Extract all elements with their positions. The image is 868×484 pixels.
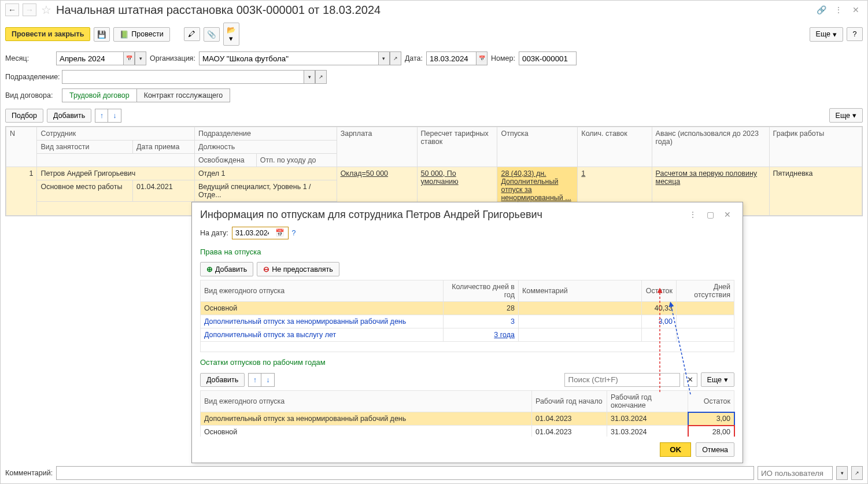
more-button[interactable]: Еще ▾ — [810, 27, 843, 42]
back-button[interactable]: ← — [5, 3, 19, 16]
help-link-icon[interactable]: ? — [292, 229, 296, 237]
table-row[interactable]: 1 Петров Андрей Григорьевич Отдел 1 Окла… — [6, 167, 862, 180]
rights-row-empty — [201, 342, 734, 352]
forward-button[interactable]: → — [23, 3, 36, 16]
cancel-button[interactable]: Отмена — [696, 442, 734, 457]
main-toolbar: Провести и закрыть 💾 📗Провести 🖍 📎 📂▾ Ещ… — [1, 19, 867, 49]
favorite-icon[interactable]: ☆ — [41, 3, 51, 17]
rcol-type: Вид ежегодного отпуска — [201, 280, 444, 302]
page-title: Начальная штатная расстановка 003К-00000… — [56, 3, 811, 17]
popup-date-field[interactable]: 📅 — [232, 227, 288, 239]
balances-more-button[interactable]: Еще ▾ — [701, 372, 734, 387]
date-input[interactable] — [426, 51, 476, 65]
dep-field[interactable]: ▾ ↗ — [62, 70, 327, 84]
comment-input[interactable] — [56, 466, 754, 480]
help-button[interactable]: ? — [847, 27, 863, 41]
month-label: Месяц: — [5, 54, 53, 62]
comment-label: Комментарий: — [5, 469, 53, 477]
balances-add-button[interactable]: Добавить — [200, 373, 245, 387]
years-link[interactable]: 3 года — [494, 331, 515, 339]
open-icon[interactable]: ↗ — [315, 70, 327, 84]
cell-emp-type: Основное место работы — [37, 180, 133, 202]
balances-table[interactable]: Вид ежегодного отпуска Рабочий год начал… — [200, 390, 734, 437]
move-down-icon[interactable]: ↓ — [108, 109, 121, 122]
move-down-icon[interactable]: ↓ — [261, 374, 274, 386]
cell-rates[interactable]: 1 — [581, 169, 585, 178]
col-n: N — [6, 127, 37, 167]
folder-button[interactable]: 📂▾ — [223, 23, 239, 46]
col-salary: Зарплата — [337, 127, 417, 167]
post-button[interactable]: 📗Провести — [113, 27, 169, 42]
dropdown-icon[interactable]: ▾ — [836, 466, 848, 480]
cell-vacations[interactable]: 28 (40,33) дн. Дополнительный отпуск за … — [501, 169, 571, 202]
move-up-icon[interactable]: ↑ — [95, 109, 108, 122]
month-field[interactable]: 📅 ▾ — [56, 51, 146, 65]
cell-n: 1 — [6, 167, 37, 216]
post-and-close-button[interactable]: Провести и закрыть — [5, 27, 90, 41]
contract-label: Вид договора: — [5, 91, 58, 99]
close-icon[interactable]: ✕ — [849, 3, 863, 16]
rcol-balance: Остаток — [642, 280, 677, 302]
balances-row[interactable]: Дополнительный отпуск за ненормированный… — [201, 412, 734, 426]
open-icon[interactable]: ↗ — [390, 51, 401, 65]
bcol-end: Рабочий год окончание — [607, 391, 688, 412]
minus-icon: ⊖ — [263, 265, 269, 274]
move-arrows: ↑ ↓ — [95, 109, 121, 123]
calendar-icon[interactable]: 📅 — [476, 51, 487, 65]
rights-row[interactable]: Дополнительный отпуск за выслугу лет 3 г… — [201, 328, 734, 342]
popup-date-input[interactable] — [234, 228, 271, 238]
rights-row[interactable]: Основной 28 40,33 — [201, 302, 734, 315]
cell-salary[interactable]: Оклад=50 000 — [341, 169, 388, 178]
rights-add-button[interactable]: ⊕ Добавить — [200, 262, 253, 276]
attach-button[interactable]: 📎 — [204, 27, 220, 42]
user-input[interactable] — [758, 466, 833, 480]
popup-close-icon[interactable]: ✕ — [721, 208, 734, 221]
ok-button[interactable]: OK — [660, 442, 691, 457]
open-icon[interactable]: ↗ — [851, 466, 863, 480]
rcol-comment: Комментарий — [519, 280, 642, 302]
col-leave: Отп. по уходу до — [256, 154, 337, 167]
grid-more-button[interactable]: Еще ▾ — [829, 108, 863, 123]
cell-recalc[interactable]: 50 000, По умолчанию — [421, 169, 459, 186]
month-input[interactable] — [56, 51, 123, 65]
balances-toolbar: Добавить ↑ ↓ ✕ Еще ▾ — [200, 372, 734, 387]
dropdown-icon[interactable]: ▾ — [378, 51, 390, 65]
highlight-button[interactable]: 🖍 — [184, 27, 200, 41]
cell-advance[interactable]: Расчетом за первую половину месяца — [656, 169, 758, 186]
plus-icon: ⊕ — [206, 265, 213, 274]
move-up-icon[interactable]: ↑ — [249, 374, 261, 386]
bcol-type: Вид ежегодного отпуска — [201, 391, 532, 412]
link-icon[interactable]: 🔗 — [814, 3, 828, 16]
date-field[interactable]: 📅 — [426, 51, 487, 65]
clear-search-button[interactable]: ✕ — [684, 373, 697, 387]
popup-menu-icon[interactable]: ⋮ — [686, 208, 700, 221]
save-button[interactable]: 💾 — [94, 27, 110, 42]
add-button[interactable]: Добавить — [47, 109, 91, 123]
pick-button[interactable]: Подбор — [5, 109, 43, 123]
post-icon: 📗 — [120, 30, 129, 39]
dropdown-icon[interactable]: ▾ — [304, 70, 315, 84]
col-position: Должность — [194, 141, 337, 154]
col-released: Освобождена — [194, 154, 256, 167]
cell-dep: Отдел 1 — [194, 167, 337, 180]
balances-row[interactable]: Основной 01.04.2023 31.03.2024 28,00 — [201, 426, 734, 437]
rights-buttons: ⊕ Добавить ⊖ Не предоставлять — [200, 262, 734, 276]
rights-deny-button[interactable]: ⊖ Не предоставлять — [257, 262, 339, 276]
rights-row[interactable]: Дополнительный отпуск за ненормированный… — [201, 315, 734, 328]
org-field[interactable]: ▾ ↗ — [199, 51, 401, 65]
tab-gov[interactable]: Контракт госслужащего — [137, 88, 231, 102]
calendar-icon[interactable]: 📅 — [123, 51, 135, 65]
bcol-start: Рабочий год начало — [532, 391, 607, 412]
footer: Комментарий: ▾ ↗ — [5, 466, 863, 480]
dep-input[interactable] — [62, 70, 304, 84]
number-input[interactable] — [519, 51, 577, 65]
calendar-icon[interactable]: 📅 — [273, 228, 287, 238]
dropdown-icon[interactable]: ▾ — [135, 51, 146, 65]
org-input[interactable] — [199, 51, 378, 65]
tab-labor[interactable]: Трудовой договор — [62, 88, 137, 102]
rights-table[interactable]: Вид ежегодного отпуска Количество дней в… — [200, 280, 734, 352]
search-input[interactable] — [564, 373, 680, 387]
popup-footer: OK Отмена — [192, 437, 743, 463]
popup-maximize-icon[interactable]: ▢ — [703, 208, 717, 221]
menu-icon[interactable]: ⋮ — [832, 3, 845, 16]
